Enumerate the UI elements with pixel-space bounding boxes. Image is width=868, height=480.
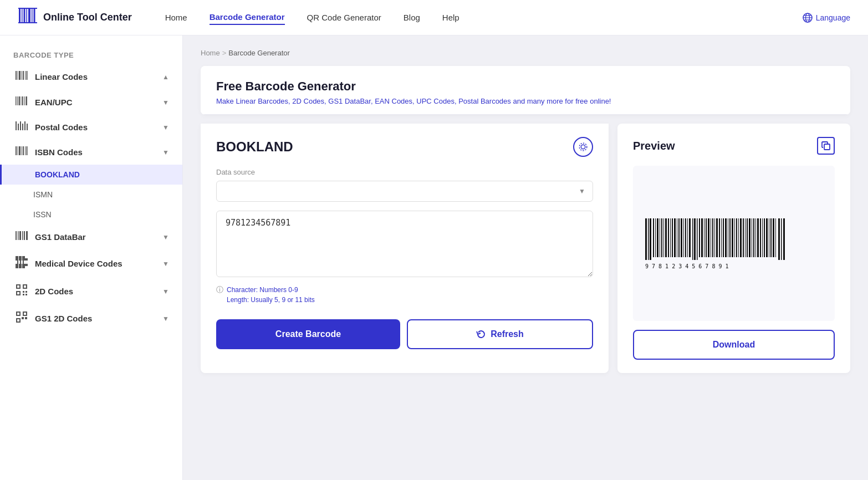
copy-icon-button[interactable] [817,137,835,155]
svg-rect-68 [25,294,27,295]
svg-rect-0 [19,9,21,22]
svg-rect-142 [783,218,785,260]
svg-rect-57 [20,261,21,264]
svg-rect-21 [16,96,17,105]
language-label: Language [816,13,850,22]
sidebar-section-title: Barcode Type [0,44,182,64]
linear-codes-label: Linear Codes [35,72,88,81]
sidebar-item-gs1-databar[interactable]: GS1 DataBar ▼ [0,224,182,249]
svg-rect-15 [18,71,18,80]
sidebar-item-linear-codes[interactable]: Linear Codes ▲ [0,64,182,90]
ean-upc-chevron: ▼ [162,99,169,106]
barcode-value-input[interactable]: 9781234567891 [216,211,593,277]
logo-text: Online Tool Center [43,12,132,23]
svg-rect-90 [668,218,669,257]
refresh-label: Refresh [491,329,524,339]
postal-codes-icon [15,121,28,133]
svg-rect-1 [22,9,23,22]
svg-rect-42 [25,146,25,155]
svg-rect-106 [704,218,704,257]
svg-rect-134 [764,218,765,257]
svg-rect-123 [740,218,742,257]
language-button[interactable]: Language [803,13,850,23]
svg-rect-35 [20,121,21,126]
svg-rect-8 [18,22,37,23]
page-description: Make Linear Barcodes, 2D Codes, GS1 Data… [216,97,835,105]
sidebar-item-postal-codes[interactable]: Postal Codes ▼ [0,115,182,140]
svg-rect-3 [27,9,28,22]
svg-rect-33 [27,124,28,130]
sidebar-item-ean-upc[interactable]: EAN/UPC ▼ [0,90,182,115]
svg-rect-88 [663,218,664,257]
gs1-databar-label: GS1 DataBar [35,232,86,242]
gs1-databar-chevron: ▼ [162,233,169,241]
svg-rect-108 [708,218,709,257]
svg-rect-16 [19,71,21,80]
svg-rect-20 [27,71,28,80]
sidebar-item-2d-codes[interactable]: 2D Codes ▼ [0,278,182,305]
svg-rect-39 [19,146,21,155]
refresh-button[interactable]: Refresh [407,319,593,349]
svg-rect-101 [692,218,693,260]
generator-wrapper: Free Barcode Generator Make Linear Barco… [201,66,850,115]
svg-rect-76 [25,317,27,319]
svg-rect-65 [23,291,24,293]
nav-barcode-generator[interactable]: Barcode Generator [210,10,285,25]
nav-help[interactable]: Help [442,11,459,24]
gs1-2d-codes-icon [15,312,28,325]
download-button[interactable]: Download [633,330,835,360]
nav-qr-code-generator[interactable]: QR Code Generator [307,11,381,24]
nav-blog[interactable]: Blog [404,11,420,24]
svg-rect-114 [721,218,722,257]
data-source-label: Data source [216,168,593,176]
sidebar-subitem-ismn[interactable]: ISMN [0,185,182,205]
svg-rect-91 [670,218,671,257]
nav-home[interactable]: Home [165,11,187,24]
svg-rect-105 [701,218,703,257]
settings-icon-button[interactable] [573,137,593,157]
svg-rect-49 [26,231,28,240]
2d-codes-icon [15,284,28,298]
sidebar-subitem-bookland[interactable]: BOOKLAND [0,165,182,185]
svg-rect-85 [657,218,658,257]
svg-rect-112 [716,218,718,257]
postal-codes-chevron: ▼ [162,124,169,131]
barcode-preview-area: 9 7 8 1 2 3 4 5 6 7 8 9 1 [633,166,835,321]
sidebar-item-gs1-2d-codes[interactable]: GS1 2D Codes ▼ [0,305,182,332]
sidebar: Barcode Type Linear Codes ▲ [0,35,183,480]
breadcrumb-home[interactable]: Home [201,49,220,57]
svg-rect-139 [775,218,776,257]
svg-rect-84 [655,218,656,257]
sidebar-subitem-issn[interactable]: ISSN [0,205,182,224]
svg-rect-115 [723,218,724,257]
svg-rect-37 [16,146,17,155]
sidebar-item-medical-device[interactable]: Medical Device Codes ▼ [0,249,182,278]
page-title: Free Barcode Generator [216,79,835,94]
svg-rect-133 [762,218,763,257]
breadcrumb: Home > Barcode Generator [201,49,850,57]
data-source-select[interactable]: Normal text Hexadecimal Base64 [216,181,593,202]
svg-rect-87 [661,218,662,257]
svg-rect-103 [697,218,698,260]
svg-rect-63 [24,285,26,288]
svg-rect-5 [32,9,33,22]
postal-codes-label: Postal Codes [35,122,88,132]
preview-title: Preview [633,137,835,155]
svg-rect-46 [19,231,21,240]
svg-point-78 [579,143,587,151]
isbn-codes-label: ISBN Codes [35,147,83,157]
svg-rect-44 [16,231,17,240]
svg-rect-131 [757,218,759,257]
svg-rect-140 [778,218,780,260]
sidebar-item-isbn-codes[interactable]: ISBN Codes ▼ [0,140,182,165]
svg-rect-40 [22,146,22,155]
svg-rect-102 [694,218,696,260]
hint-chars-text: Character: Numbers 0-9 [227,286,298,294]
isbn-codes-chevron: ▼ [162,149,169,156]
barcode-svg: 9 7 8 1 2 3 4 5 6 7 8 9 1 [640,216,828,271]
hint-length-text: Length: Usually 5, 9 or 11 bits [227,296,315,304]
create-barcode-button[interactable]: Create Barcode [216,319,400,349]
svg-rect-97 [683,218,684,257]
svg-rect-111 [714,218,715,257]
breadcrumb-separator: > [222,49,227,57]
